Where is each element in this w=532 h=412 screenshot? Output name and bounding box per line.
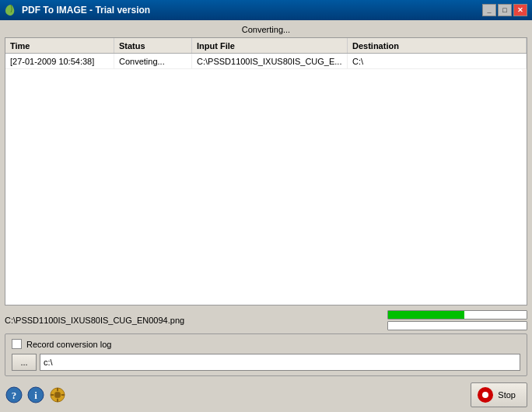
title-buttons: _ □ ✕	[482, 4, 527, 16]
svg-text:?: ?	[12, 389, 17, 401]
svg-rect-9	[61, 394, 65, 396]
col-status: Status	[114, 38, 192, 53]
bottom-area: C:\PSSD1100IS_IXUS80IS_CUG_EN0094.png Re…	[5, 310, 527, 407]
progress-row: C:\PSSD1100IS_IXUS80IS_CUG_EN0094.png	[5, 310, 527, 330]
converting-status: Converting...	[5, 25, 527, 34]
svg-rect-7	[57, 399, 58, 402]
window-body: Converting... Time Status Input File Des…	[0, 20, 532, 412]
title-text: PDF To IMAGE - Trial version	[22, 5, 482, 16]
stop-icon	[478, 387, 493, 403]
browse-button[interactable]: ...	[12, 354, 37, 371]
log-panel: Record conversion log ...	[5, 333, 527, 376]
stop-label: Stop	[498, 390, 516, 400]
col-input: Input File	[192, 38, 348, 53]
footer-icons: ? i	[5, 386, 67, 404]
stop-button[interactable]: Stop	[471, 382, 527, 407]
progress-bar-1-inner	[388, 311, 464, 319]
settings-icon	[49, 386, 66, 403]
table-body: [27-01-2009 10:54:38] Conveting... C:\PS…	[5, 54, 527, 305]
log-input-row: ...	[12, 354, 520, 371]
info-button[interactable]: i	[26, 386, 45, 404]
app-icon	[5, 4, 17, 16]
cell-time: [27-01-2009 10:54:38]	[5, 54, 114, 68]
settings-button[interactable]	[48, 386, 67, 404]
col-time: Time	[5, 38, 114, 53]
stop-icon-inner	[482, 392, 488, 398]
log-path-input[interactable]	[40, 354, 520, 371]
table-row: [27-01-2009 10:54:38] Conveting... C:\PS…	[5, 54, 527, 69]
progress-bars	[387, 310, 527, 330]
minimize-button[interactable]: _	[482, 4, 496, 16]
cell-destination: C:\	[348, 54, 527, 68]
close-button[interactable]: ✕	[513, 4, 527, 16]
cell-status: Conveting...	[114, 54, 192, 68]
svg-point-5	[54, 392, 61, 398]
col-destination: Destination	[348, 38, 527, 53]
svg-text:i: i	[34, 389, 37, 401]
footer: ? i	[5, 382, 527, 407]
help-icon: ?	[5, 386, 23, 403]
title-bar: PDF To IMAGE - Trial version _ □ ✕	[0, 0, 532, 20]
log-panel-header: Record conversion log	[12, 339, 520, 349]
log-label: Record conversion log	[26, 340, 111, 349]
svg-rect-8	[51, 394, 54, 396]
log-checkbox[interactable]	[12, 339, 22, 349]
current-file-label: C:\PSSD1100IS_IXUS80IS_CUG_EN0094.png	[5, 316, 381, 325]
progress-bar-1-outer	[387, 310, 527, 319]
svg-rect-6	[57, 388, 58, 391]
conversion-table: Time Status Input File Destination [27-0…	[5, 37, 527, 306]
info-icon: i	[27, 386, 44, 403]
cell-input: C:\PSSD1100IS_IXUS80IS_CUG_E...	[192, 54, 348, 68]
maximize-button[interactable]: □	[498, 4, 512, 16]
table-header: Time Status Input File Destination	[5, 38, 527, 54]
progress-bar-2-outer	[387, 321, 527, 330]
help-button[interactable]: ?	[5, 386, 23, 404]
